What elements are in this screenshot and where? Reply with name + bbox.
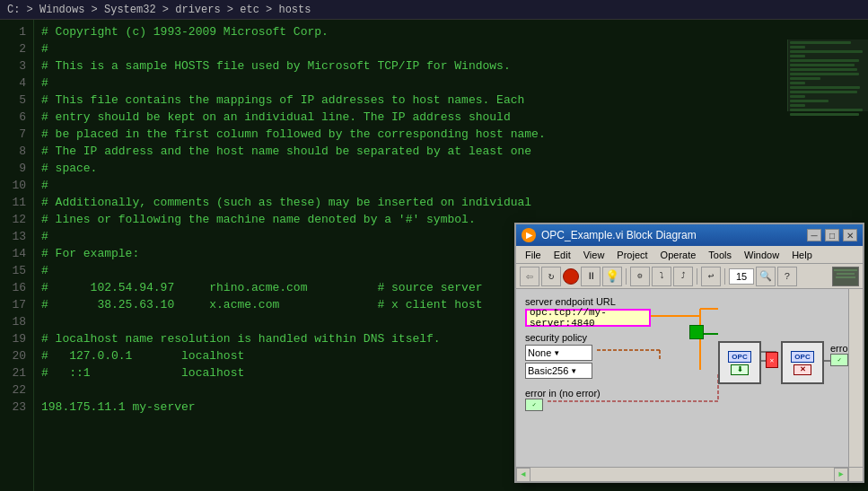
scroll-corner xyxy=(848,467,863,481)
labview-app-icon: ▶ xyxy=(522,228,536,242)
code-line: # entry should be kept on an individual … xyxy=(41,109,861,126)
code-line: # xyxy=(41,40,861,57)
labview-toolbar: ⇦ ↻ ⏸ 💡 ⚙ ⤵ ⤴ ↩ 15 🔍 ? xyxy=(516,264,863,289)
toolbar-sep1 xyxy=(626,268,627,285)
dropdown-basic256[interactable]: Basic256 ▼ xyxy=(525,363,592,379)
code-line: # This file contains the mappings of IP … xyxy=(41,92,861,109)
vi-thumbnail xyxy=(832,267,859,286)
opc-block-1[interactable]: OPC ⬇ xyxy=(718,341,761,384)
error-out-icon: ✓ xyxy=(837,356,841,364)
toolbar-sep3 xyxy=(724,268,725,285)
code-line: # Additionally, comments (such as these)… xyxy=(41,194,861,211)
diagram-content: server endpoint URL opc.tcp://my-server:… xyxy=(516,289,848,467)
dropdown-none-value: None xyxy=(528,347,551,358)
menu-tools[interactable]: Tools xyxy=(703,249,737,261)
toolbar-sep2 xyxy=(697,268,697,285)
server-url-input[interactable]: opc.tcp://my-server:4840 xyxy=(525,309,651,327)
code-line: # space. xyxy=(41,160,861,177)
minimap xyxy=(787,39,868,111)
search-btn[interactable]: 🔍 xyxy=(756,267,776,286)
abort-btn[interactable] xyxy=(563,268,579,285)
error-in-cluster: ✓ xyxy=(525,399,543,411)
scroll-left-btn[interactable]: ◄ xyxy=(516,468,530,481)
dropdown-arrow-1: ▼ xyxy=(553,349,560,357)
green-indicator-block xyxy=(689,325,704,339)
run-continuously-btn[interactable]: ↻ xyxy=(541,267,561,286)
pause-btn[interactable]: ⏸ xyxy=(581,267,601,286)
run-arrow-btn[interactable]: ⇦ xyxy=(520,267,539,286)
scroll-right-btn[interactable]: ► xyxy=(834,468,848,481)
step-into-btn[interactable]: ⤵ xyxy=(652,267,671,286)
horizontal-scrollbar[interactable]: ◄ ► xyxy=(516,467,848,481)
breadcrumb: C: > Windows > System32 > drivers > etc … xyxy=(0,0,868,20)
code-line: # The IP address and the host name shoul… xyxy=(41,143,861,160)
highlight-btn[interactable]: 💡 xyxy=(602,267,622,286)
labview-window: ▶ OPC_Example.vi Block Diagram ─ □ ✕ Fil… xyxy=(514,223,864,483)
opc-block-2[interactable]: OPC ✕ xyxy=(781,341,824,384)
menu-window[interactable]: Window xyxy=(739,249,785,261)
close-button[interactable]: ✕ xyxy=(843,229,857,241)
dropdown-arrow-2: ▼ xyxy=(570,367,577,375)
error-out-cluster: ✓ xyxy=(830,354,848,366)
dropdown-none[interactable]: None ▼ xyxy=(525,345,592,361)
server-url-label: server endpoint URL xyxy=(525,296,616,307)
labview-titlebar: ▶ OPC_Example.vi Block Diagram ─ □ ✕ xyxy=(516,224,863,246)
menu-edit[interactable]: Edit xyxy=(548,249,576,261)
zoom-value: 15 xyxy=(729,268,754,285)
menu-help[interactable]: Help xyxy=(786,249,818,261)
code-line: # xyxy=(41,177,861,194)
code-line: # This is a sample HOSTS file used by Mi… xyxy=(41,57,861,75)
menu-file[interactable]: File xyxy=(520,249,547,261)
minimize-button[interactable]: ─ xyxy=(807,229,821,241)
code-line: # Copyright (c) 1993-2009 Microsoft Corp… xyxy=(41,23,861,40)
opc-block-1-label: OPC xyxy=(728,351,750,363)
dropdown-basic256-value: Basic256 xyxy=(528,365,568,376)
labview-menubar: File Edit View Project Operate Tools Win… xyxy=(516,246,863,264)
labview-diagram[interactable]: server endpoint URL opc.tcp://my-server:… xyxy=(516,289,863,481)
opc-block-1-icon: ⬇ xyxy=(731,364,749,375)
step-out-btn[interactable]: ⤴ xyxy=(673,267,693,286)
title-buttons[interactable]: ─ □ ✕ xyxy=(807,229,857,241)
menu-operate[interactable]: Operate xyxy=(655,249,702,261)
opc-block-2-icon: ✕ xyxy=(793,364,811,375)
labview-title: OPC_Example.vi Block Diagram xyxy=(541,229,697,241)
code-line: # xyxy=(41,75,861,92)
opc-block-2-label: OPC xyxy=(791,351,813,363)
help-btn[interactable]: ? xyxy=(777,267,797,286)
menu-view[interactable]: View xyxy=(578,249,610,261)
vertical-scrollbar[interactable] xyxy=(848,289,863,467)
step-over-btn[interactable]: ⚙ xyxy=(630,267,650,286)
maximize-button[interactable]: □ xyxy=(825,229,839,241)
breadcrumb-text: C: > Windows > System32 > drivers > etc … xyxy=(7,4,311,16)
security-policy-label: security policy xyxy=(525,332,587,343)
menu-project[interactable]: Project xyxy=(611,249,653,261)
error-in-label: error in (no error) xyxy=(525,388,601,399)
line-numbers: 1 2 3 4 5 6 7 8 9 10 11 12 13 14 15 16 1… xyxy=(0,20,34,491)
undo-btn[interactable]: ↩ xyxy=(701,267,721,286)
error-in-icon: ✓ xyxy=(532,401,536,408)
title-left: ▶ OPC_Example.vi Block Diagram xyxy=(522,228,697,242)
code-line: # be placed in the first column followed… xyxy=(41,126,861,143)
error-connector-block: ✕ xyxy=(766,352,778,368)
